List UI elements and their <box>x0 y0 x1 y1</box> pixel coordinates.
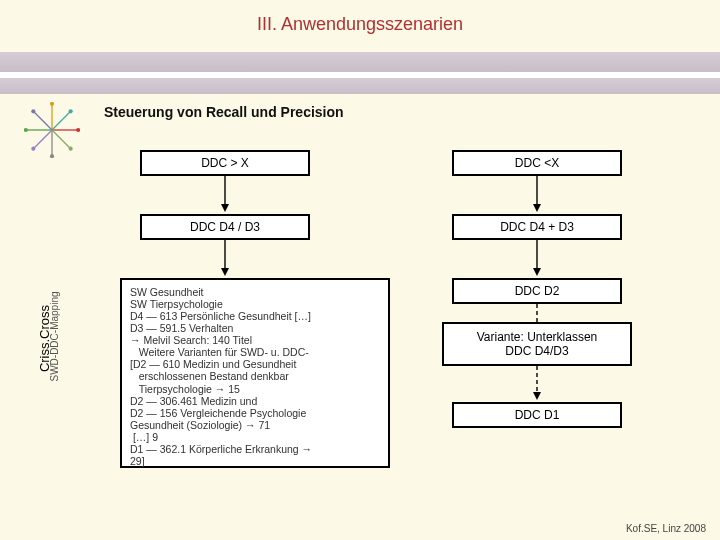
arrow-r2 <box>532 240 542 276</box>
svg-point-9 <box>24 128 28 132</box>
arrow-r3a <box>532 304 542 322</box>
arrow-r3b <box>532 366 542 400</box>
svg-point-11 <box>50 154 54 158</box>
sidebar-sub: SWD-DDC-Mapping <box>49 257 60 417</box>
crisscross-logo-icon <box>24 102 80 158</box>
box-ddc-d2: DDC D2 <box>452 278 622 304</box>
svg-point-10 <box>50 102 54 106</box>
decor-band-low <box>0 78 720 94</box>
box-ddc-d4-plus-d3: DDC D4 + D3 <box>452 214 622 240</box>
svg-line-6 <box>52 130 71 149</box>
footer-text: Kof.SE, Linz 2008 <box>626 523 706 534</box>
svg-point-13 <box>31 147 35 151</box>
box-ddc-d4-d3: DDC D4 / D3 <box>140 214 310 240</box>
arrow-l1 <box>220 176 230 212</box>
svg-line-4 <box>52 111 71 130</box>
box-ddc-lt-x: DDC <X <box>452 150 622 176</box>
decor-band-top <box>0 52 720 72</box>
arrow-l2 <box>220 240 230 276</box>
arrow-r1 <box>532 176 542 212</box>
svg-point-15 <box>31 109 35 113</box>
svg-point-14 <box>69 147 73 151</box>
content-area: Steuerung von Recall und Precision Criss… <box>0 96 720 516</box>
slide-title: III. Anwendungsszenarien <box>0 0 720 45</box>
box-left-text: SW Gesundheit SW Tierpsychologie D4 — 61… <box>120 278 390 468</box>
svg-marker-23 <box>533 268 541 276</box>
svg-marker-19 <box>221 268 229 276</box>
svg-marker-17 <box>221 204 229 212</box>
variante-line2: DDC D4/D3 <box>452 344 622 358</box>
svg-line-5 <box>33 130 52 149</box>
sidebar-labels: Criss.Cross SWD-DDC-Mapping <box>10 236 70 446</box>
box-variante: Variante: Unterklassen DDC D4/D3 <box>442 322 632 366</box>
variante-line1: Variante: Unterklassen <box>452 330 622 344</box>
svg-line-7 <box>33 111 52 130</box>
section-subtitle: Steuerung von Recall und Precision <box>104 104 344 120</box>
svg-marker-26 <box>533 392 541 400</box>
box-ddc-d1: DDC D1 <box>452 402 622 428</box>
svg-point-12 <box>69 109 73 113</box>
svg-point-8 <box>76 128 80 132</box>
box-ddc-gt-x: DDC > X <box>140 150 310 176</box>
svg-marker-21 <box>533 204 541 212</box>
